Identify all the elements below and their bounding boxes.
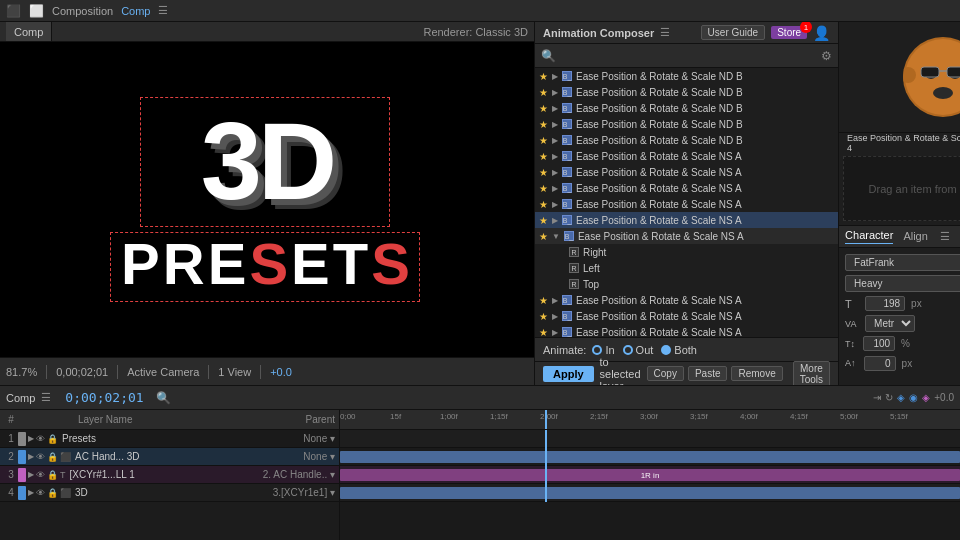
star-icon-5[interactable]: ★ xyxy=(539,151,548,162)
toolbar-sep xyxy=(46,365,47,379)
layer-row-3[interactable]: 3 ▶ 👁 🔒 T [XCYr#1...LL 1 2. AC Handle.. … xyxy=(0,466,339,484)
item-type-icon-14: B_ xyxy=(562,295,572,305)
anim-list-item-4[interactable]: ★▶B_Ease Position & Rotate & Scale ND B xyxy=(535,132,838,148)
parent-col: Parent xyxy=(306,414,335,425)
star-icon-3[interactable]: ★ xyxy=(539,119,548,130)
anim-list-item-3[interactable]: ★▶B_Ease Position & Rotate & Scale ND B xyxy=(535,116,838,132)
user-icon[interactable]: 👤 xyxy=(813,25,830,41)
font-style-selector[interactable]: Heavy xyxy=(845,275,960,292)
lock-icon-3[interactable]: 🔒 xyxy=(47,470,58,480)
gear-icon[interactable]: ⚙ xyxy=(821,49,832,63)
ctrl-icon6[interactable]: +0.0 xyxy=(934,392,954,403)
star-icon-15[interactable]: ★ xyxy=(539,311,548,322)
remove-button[interactable]: Remove xyxy=(731,366,782,381)
anim-list-item-0[interactable]: ★▶B_Ease Position & Rotate & Scale ND B xyxy=(535,68,838,84)
drag-drop-area[interactable]: Drag an item from the list here xyxy=(843,156,960,221)
anim-list-item-16[interactable]: ★▶B_Ease Position & Rotate & Scale NS A xyxy=(535,324,838,337)
scale-h-input[interactable] xyxy=(863,336,895,351)
item-label-5: Ease Position & Rotate & Scale NS A xyxy=(576,151,742,162)
anim-list-item-5[interactable]: ★▶B_Ease Position & Rotate & Scale NS A xyxy=(535,148,838,164)
layer-parent-4[interactable]: 3.[XCYr1e1] ▾ xyxy=(255,487,335,498)
search-input[interactable] xyxy=(560,50,817,62)
metrics-select[interactable]: Metrics xyxy=(865,315,915,332)
layer-num-2: 2 xyxy=(4,451,18,462)
eye-icon-1[interactable]: 👁 xyxy=(36,434,45,444)
star-icon-9[interactable]: ★ xyxy=(539,215,548,226)
apply-button[interactable]: Apply xyxy=(543,366,594,382)
anim-list: ★▶B_Ease Position & Rotate & Scale ND B★… xyxy=(535,68,838,337)
layer-row-2[interactable]: 2 ▶ 👁 🔒 ⬛ AC Hand... 3D None ▾ xyxy=(0,448,339,466)
in-radio[interactable]: In xyxy=(592,344,614,356)
ctrl-icon4[interactable]: ◉ xyxy=(909,392,918,403)
layer-color-3 xyxy=(18,468,26,482)
anim-list-item-12[interactable]: RLeft xyxy=(535,260,838,276)
more-tools-button[interactable]: More Tools xyxy=(793,361,830,386)
anim-list-item-8[interactable]: ★▶B_Ease Position & Rotate & Scale NS A xyxy=(535,196,838,212)
align-tab[interactable]: Align xyxy=(903,230,927,244)
layer-parent-2[interactable]: None ▾ xyxy=(255,451,335,462)
star-icon-16[interactable]: ★ xyxy=(539,327,548,338)
ctrl-icon2[interactable]: ↻ xyxy=(885,392,893,403)
view-mode[interactable]: Active Camera xyxy=(127,366,199,378)
eye-icon-3[interactable]: 👁 xyxy=(36,470,45,480)
star-icon-7[interactable]: ★ xyxy=(539,183,548,194)
star-icon-8[interactable]: ★ xyxy=(539,199,548,210)
star-icon-4[interactable]: ★ xyxy=(539,135,548,146)
arrow-icon-15: ▶ xyxy=(552,312,558,321)
anim-list-item-14[interactable]: ★▶B_Ease Position & Rotate & Scale NS A xyxy=(535,292,838,308)
star-icon-10[interactable]: ★ xyxy=(539,231,548,242)
character-tab[interactable]: Character xyxy=(845,229,893,244)
baseline-input[interactable] xyxy=(864,356,896,371)
anim-list-item-6[interactable]: ★▶B_Ease Position & Rotate & Scale NS A xyxy=(535,164,838,180)
star-icon-0[interactable]: ★ xyxy=(539,71,548,82)
metrics-icon: VA xyxy=(845,319,859,329)
expand-icon-1[interactable]: ▶ xyxy=(28,434,34,443)
in-radio-dot xyxy=(592,345,602,355)
composition-label: Composition xyxy=(52,5,113,17)
comp-tab-label[interactable]: Comp xyxy=(6,392,35,404)
comp-tab[interactable]: Comp xyxy=(6,22,52,41)
playhead-line xyxy=(545,430,547,502)
layer-parent-1[interactable]: None ▾ xyxy=(255,433,335,444)
font-selector[interactable]: FatFrank xyxy=(845,254,960,271)
anim-list-item-9[interactable]: ★▶B_Ease Position & Rotate & Scale NS A xyxy=(535,212,838,228)
both-radio[interactable]: Both xyxy=(661,344,697,356)
anim-list-item-15[interactable]: ★▶B_Ease Position & Rotate & Scale NS A xyxy=(535,308,838,324)
preview-toolbar: 81.7% 0,00;02;01 Active Camera 1 View +0… xyxy=(0,357,534,385)
anim-list-item-10[interactable]: ★▼B_Ease Position & Rotate & Scale NS A xyxy=(535,228,838,244)
anim-list-item-11[interactable]: RRight xyxy=(535,244,838,260)
anim-list-item-2[interactable]: ★▶B_Ease Position & Rotate & Scale ND B xyxy=(535,100,838,116)
ctrl-icon1[interactable]: ⇥ xyxy=(873,392,881,403)
lock-icon-2[interactable]: 🔒 xyxy=(47,452,58,462)
lock-icon-1[interactable]: 🔒 xyxy=(47,434,58,444)
eye-icon-4[interactable]: 👁 xyxy=(36,488,45,498)
svg-point-5 xyxy=(933,87,953,99)
arrow-icon-3: ▶ xyxy=(552,120,558,129)
ctrl-icon3[interactable]: ◈ xyxy=(897,392,905,403)
paste-button[interactable]: Paste xyxy=(688,366,728,381)
view-count[interactable]: 1 View xyxy=(218,366,251,378)
eye-icon-2[interactable]: 👁 xyxy=(36,452,45,462)
font-size-input[interactable] xyxy=(865,296,905,311)
anim-list-item-1[interactable]: ★▶B_Ease Position & Rotate & Scale ND B xyxy=(535,84,838,100)
layer-row-4[interactable]: 4 ▶ 👁 🔒 ⬛ 3D 3.[XCYr1e1] ▾ xyxy=(0,484,339,502)
expand-icon-4[interactable]: ▶ xyxy=(28,488,34,497)
anim-list-item-7[interactable]: ★▶B_Ease Position & Rotate & Scale NS A xyxy=(535,180,838,196)
layer-row-1[interactable]: 1 ▶ 👁 🔒 Presets None ▾ xyxy=(0,430,339,448)
star-icon-14[interactable]: ★ xyxy=(539,295,548,306)
star-icon-6[interactable]: ★ xyxy=(539,167,548,178)
anim-list-item-13[interactable]: RTop xyxy=(535,276,838,292)
star-icon-1[interactable]: ★ xyxy=(539,87,548,98)
out-radio[interactable]: Out xyxy=(623,344,654,356)
ctrl-icon5[interactable]: ◈ xyxy=(922,392,930,403)
layer-parent-3[interactable]: 2. AC Handle.. ▾ xyxy=(255,469,335,480)
copy-button[interactable]: Copy xyxy=(647,366,684,381)
star-icon-2[interactable]: ★ xyxy=(539,103,548,114)
lock-icon-4[interactable]: 🔒 xyxy=(47,488,58,498)
user-guide-button[interactable]: User Guide xyxy=(701,25,766,40)
search-timeline-icon[interactable]: 🔍 xyxy=(156,391,171,405)
layer-icons-1: ▶ 👁 🔒 xyxy=(28,434,58,444)
expand-icon-2[interactable]: ▶ xyxy=(28,452,34,461)
tick-2s: 2;00f xyxy=(540,412,558,421)
expand-icon-3[interactable]: ▶ xyxy=(28,470,34,479)
